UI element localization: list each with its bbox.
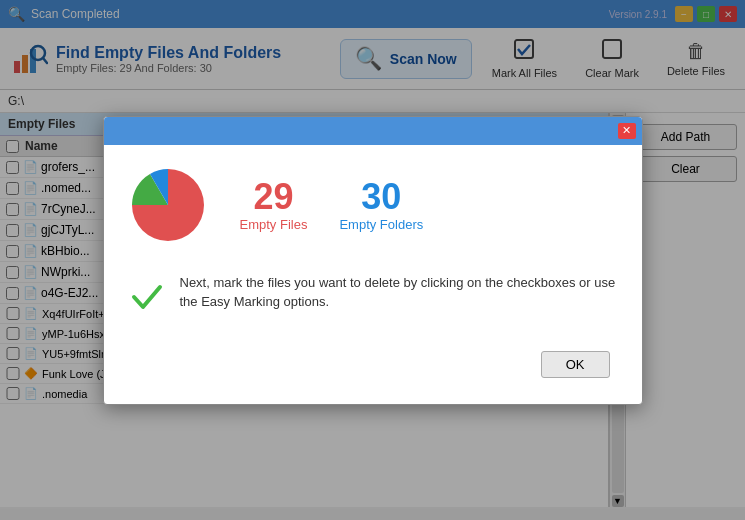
result-dialog: ✕ 29 Empty Fi bbox=[103, 116, 643, 405]
modal-close-button[interactable]: ✕ bbox=[618, 123, 636, 139]
empty-files-stat: 29 Empty Files bbox=[240, 177, 308, 232]
check-icon bbox=[128, 277, 166, 323]
empty-folders-stat: 30 Empty Folders bbox=[339, 177, 423, 232]
modal-stats: 29 Empty Files 30 Empty Folders bbox=[128, 165, 618, 245]
modal-footer: OK bbox=[128, 351, 618, 378]
modal-titlebar: ✕ bbox=[104, 117, 642, 145]
modal-message-area: Next, mark the files you want to delete … bbox=[128, 265, 618, 331]
empty-folders-count: 30 bbox=[361, 177, 401, 217]
pie-chart bbox=[128, 165, 208, 245]
empty-files-label: Empty Files bbox=[240, 217, 308, 232]
empty-folders-label: Empty Folders bbox=[339, 217, 423, 232]
ok-button[interactable]: OK bbox=[541, 351, 610, 378]
modal-message-text: Next, mark the files you want to delete … bbox=[180, 273, 618, 312]
empty-files-count: 29 bbox=[253, 177, 293, 217]
modal-content: 29 Empty Files 30 Empty Folders bbox=[104, 145, 642, 388]
modal-overlay: ✕ 29 Empty Fi bbox=[0, 0, 745, 520]
